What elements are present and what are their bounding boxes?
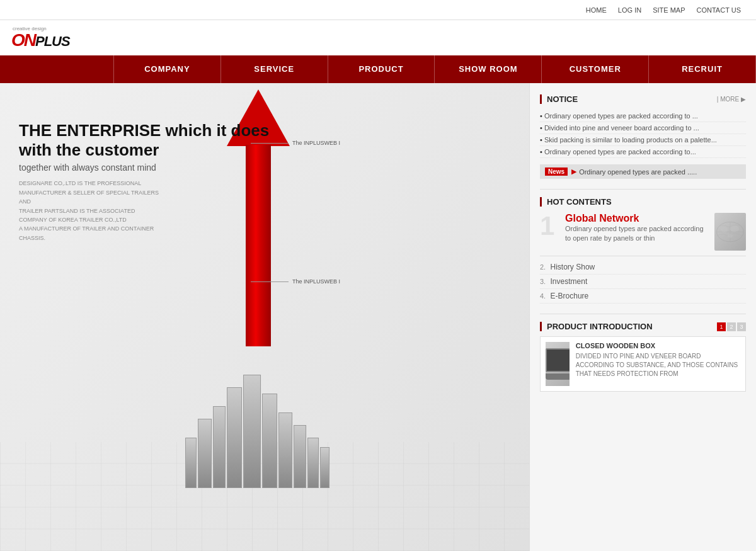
- building-2: [198, 419, 212, 488]
- product-name: CLOSED WOODEN BOX: [576, 342, 740, 349]
- news-arrow-icon: ▶: [571, 168, 576, 176]
- laptop-screen: [546, 348, 570, 372]
- product-page-indicators: 1 2 3: [717, 322, 746, 331]
- nav-item-product[interactable]: PRODUCT: [328, 55, 435, 83]
- hot-list-item-3[interactable]: 3. Investment: [540, 275, 746, 289]
- world-map-icon: [714, 215, 746, 249]
- notice-item-2[interactable]: Divided into pine and veneer board accor…: [540, 122, 746, 134]
- hero-body-text: DESIGNARE CO,.LTD IS THE PROFESSIONALMAN…: [19, 179, 164, 242]
- building-8: [294, 425, 306, 488]
- main-nav-list: COMPANY SERVICE PRODUCT SHOW ROOM CUSTOM…: [113, 55, 756, 83]
- home-link[interactable]: HOME: [586, 6, 607, 14]
- logo-plus: PLUS: [35, 35, 70, 48]
- hot-featured-thumbnail: [714, 213, 746, 251]
- building-7: [278, 412, 292, 488]
- laptop-icon: [546, 348, 570, 380]
- divider-1: [540, 189, 746, 190]
- hot-featured-item: 1 Global Network Ordinary opened types a…: [540, 213, 746, 251]
- hot-featured-content: Global Network Ordinary opened types are…: [565, 213, 708, 244]
- login-link[interactable]: LOG IN: [618, 6, 641, 14]
- building-9: [307, 438, 319, 488]
- product-thumbnail: [546, 342, 570, 386]
- top-navigation: HOME LOG IN SITE MAP CONTACT US: [0, 0, 756, 20]
- building-3: [213, 406, 226, 488]
- hot-list-item-4-num: 4.: [540, 292, 546, 300]
- building-4: [227, 387, 242, 488]
- notice-item-1[interactable]: Ordinary opened types are packed accordi…: [540, 110, 746, 122]
- hot-list-item-3-label: Investment: [551, 277, 588, 286]
- notice-section-title: NOTICE | MORE ▶: [540, 94, 746, 104]
- product-intro-title: PRODUCT INTRODUCTION: [540, 322, 653, 331]
- buildings-illustration: [185, 375, 329, 488]
- building-5: [243, 375, 261, 488]
- notice-item-3[interactable]: Skid packing is similar to loading produ…: [540, 134, 746, 146]
- notice-more-link[interactable]: | MORE ▶: [717, 96, 746, 103]
- nav-item-service[interactable]: SERVICE: [220, 55, 328, 83]
- svg-point-5: [728, 234, 733, 237]
- hero-area: THE ENTERPRISE which it does with the cu…: [0, 83, 529, 551]
- hot-list-item-2[interactable]: 2. History Show: [540, 260, 746, 275]
- news-ticker: News ▶ Ordinary opened types are packed …: [540, 164, 746, 179]
- svg-point-4: [730, 225, 739, 232]
- nav-link-product[interactable]: PRODUCT: [328, 55, 435, 83]
- hot-list-item-2-label: History Show: [551, 263, 595, 271]
- nav-link-recruit[interactable]: RECRUIT: [649, 55, 755, 83]
- page-indicator-1[interactable]: 1: [717, 322, 726, 331]
- main-navigation: COMPANY SERVICE PRODUCT SHOW ROOM CUSTOM…: [0, 55, 756, 83]
- hot-featured-title[interactable]: Global Network: [565, 213, 708, 224]
- notice-item-4[interactable]: Ordinary opened types are packed accordi…: [540, 146, 746, 158]
- logo-area: creative design ON PLUS: [0, 26, 113, 49]
- hot-list-item-4-label: E-Brochure: [551, 292, 589, 300]
- nav-link-showroom[interactable]: SHOW ROOM: [435, 55, 541, 83]
- product-card: CLOSED WOODEN BOX DIVIDED INTO PINE AND …: [540, 336, 746, 392]
- nav-item-showroom[interactable]: SHOW ROOM: [434, 55, 541, 83]
- building-10: [320, 447, 329, 488]
- contact-link[interactable]: CONTACT US: [697, 6, 742, 14]
- arrow-label-2: The INPLUSWEB I: [251, 278, 340, 285]
- product-intro-section: PRODUCT INTRODUCTION 1 2 3 CLOSE: [540, 322, 746, 392]
- building-1: [185, 438, 197, 488]
- nav-item-customer[interactable]: CUSTOMER: [541, 55, 648, 83]
- product-intro-header: PRODUCT INTRODUCTION 1 2 3: [540, 322, 746, 331]
- laptop-base: [546, 373, 570, 380]
- hot-featured-number: 1: [540, 213, 559, 239]
- sitemap-link[interactable]: SITE MAP: [653, 6, 685, 14]
- hero-text-block: THE ENTERPRISE which it does with the cu…: [19, 121, 269, 242]
- hero-headline-2: with the customer: [19, 140, 269, 160]
- hero-subheadline: together with always constant mind: [19, 162, 269, 173]
- right-sidebar: NOTICE | MORE ▶ Ordinary opened types ar…: [529, 83, 756, 551]
- main-content-area: THE ENTERPRISE which it does with the cu…: [0, 83, 756, 551]
- hot-items-list: 2. History Show 3. Investment 4. E-Broch…: [540, 256, 746, 304]
- building-6: [262, 394, 277, 488]
- logo-on: ON: [11, 31, 35, 49]
- logo[interactable]: creative design ON PLUS: [11, 26, 70, 49]
- hot-contents-title: HOT CONTENTS: [540, 197, 746, 207]
- product-intro-title-text: PRODUCT INTRODUCTION: [547, 322, 653, 331]
- divider-2: [540, 314, 746, 314]
- hero-headline-1: THE ENTERPRISE which it does: [19, 121, 269, 140]
- hot-list-item-2-num: 2.: [540, 263, 546, 271]
- hot-contents-section: HOT CONTENTS 1 Global Network Ordinary o…: [540, 197, 746, 304]
- site-header: creative design ON PLUS: [0, 20, 756, 55]
- hot-list-item-3-num: 3.: [540, 278, 546, 285]
- product-description: DIVIDED INTO PINE AND VENEER BOARD ACCOR…: [576, 352, 740, 378]
- news-badge: News: [545, 168, 568, 176]
- page-indicator-2[interactable]: 2: [727, 322, 736, 331]
- news-ticker-text: Ordinary opened types are packed .....: [579, 168, 697, 176]
- hot-featured-description: Ordinary opened types are packed accordi…: [565, 224, 708, 244]
- page-indicator-3[interactable]: 3: [737, 322, 746, 331]
- nav-item-recruit[interactable]: RECRUIT: [648, 55, 756, 83]
- notice-title-text: NOTICE: [547, 94, 578, 104]
- hot-list-item-4[interactable]: 4. E-Brochure: [540, 289, 746, 304]
- notice-list: Ordinary opened types are packed accordi…: [540, 110, 746, 158]
- nav-item-company[interactable]: COMPANY: [113, 55, 220, 83]
- nav-link-customer[interactable]: CUSTOMER: [542, 55, 648, 83]
- nav-link-service[interactable]: SERVICE: [221, 55, 328, 83]
- svg-point-3: [721, 227, 728, 232]
- nav-link-company[interactable]: COMPANY: [114, 55, 220, 83]
- product-info: CLOSED WOODEN BOX DIVIDED INTO PINE AND …: [576, 342, 740, 386]
- hot-contents-title-text: HOT CONTENTS: [547, 197, 612, 207]
